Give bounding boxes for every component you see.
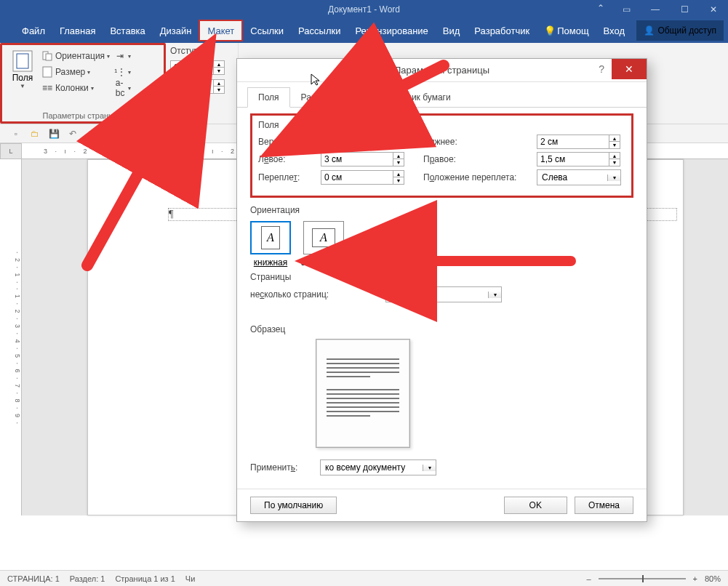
paragraph-mark-icon: ¶ (169, 209, 173, 220)
multi-pages-combo[interactable]: Обычный ▾ (385, 286, 502, 302)
margins-caret: ▼ (20, 83, 25, 89)
right-margin-label: Правое: (423, 154, 532, 164)
dialog-help-icon[interactable]: ? (599, 63, 604, 75)
gutter-pos-label: Положение переплета: (423, 172, 532, 182)
tab-help[interactable]: 💡Помощ (537, 18, 596, 43)
size-button[interactable]: Размер▾ (41, 64, 110, 80)
spinner-icon[interactable]: ▲▼ (393, 152, 404, 166)
top-margin-field[interactable]: ▲▼ (321, 135, 404, 149)
indent-right-input[interactable] (170, 79, 214, 94)
dialog-close-button[interactable]: ✕ (612, 59, 647, 79)
apply-combo[interactable]: ко всему документу ▾ (320, 459, 436, 475)
tab-file[interactable]: Файл (15, 18, 52, 43)
svg-rect-3 (46, 54, 52, 60)
gutter-input[interactable] (321, 170, 393, 185)
redo-icon[interactable]: ↷ (86, 128, 97, 140)
tab-mailings[interactable]: Рассылки (291, 18, 348, 43)
spinner-icon[interactable]: ▲▼ (393, 170, 404, 185)
size-icon (41, 66, 53, 78)
preview-title: Образец (250, 324, 633, 334)
ok-button[interactable]: OK (504, 497, 567, 514)
new-icon[interactable]: ▫ (10, 128, 22, 140)
spinner-icon[interactable]: ▲▼ (214, 79, 225, 94)
orientation-landscape[interactable]: A альбомная (301, 221, 346, 268)
default-button[interactable]: По умолчанию (250, 497, 337, 514)
tab-review[interactable]: Рецензирование (348, 18, 435, 43)
columns-button[interactable]: ≡≡ Колонки▾ (41, 80, 110, 96)
breaks-button[interactable]: ⇥▾ (114, 48, 131, 64)
window-state-icon[interactable]: ▭ (612, 0, 641, 18)
right-margin-input[interactable] (537, 152, 609, 166)
margins-section-title: Поля (258, 120, 625, 130)
status-page-of[interactable]: Страница 1 из 1 (115, 574, 175, 583)
orientation-portrait[interactable]: A книжная (250, 221, 291, 268)
hyphenation-button[interactable]: a-bc▾ (114, 80, 131, 96)
dialog-tab-paper[interactable]: Размер бумаги (290, 87, 372, 108)
status-chars[interactable]: Чи (185, 574, 195, 583)
cancel-button[interactable]: Отмена (575, 497, 633, 514)
group-indent: Отступ ▲▼ ▲▼ (166, 43, 239, 124)
tab-view[interactable]: Вид (436, 18, 468, 43)
tab-references[interactable]: Ссылки (243, 18, 291, 43)
top-margin-input[interactable] (321, 135, 393, 149)
maximize-icon[interactable]: ☐ (670, 0, 699, 18)
open-icon[interactable]: 🗀 (29, 128, 41, 140)
minimize-icon[interactable]: — (641, 0, 670, 18)
margins-button[interactable]: Поля ▼ (7, 48, 39, 96)
dialog-tab-source[interactable]: Источник бумаги (372, 87, 462, 108)
ribbon-options-icon[interactable]: ⌃ (597, 3, 604, 13)
indent-left-input[interactable] (170, 60, 214, 75)
left-margin-field[interactable]: ▲▼ (321, 152, 404, 166)
group-page-setup-label: Параметры страницы (2, 111, 164, 120)
orientation-icon (41, 50, 53, 62)
multi-pages-label: несколько страниц: (250, 289, 352, 300)
zoom-value[interactable]: 80% (705, 574, 721, 583)
zoom-out-icon[interactable]: – (586, 574, 591, 583)
zoom-slider[interactable] (599, 578, 686, 579)
tab-signin[interactable]: Вход (596, 18, 632, 43)
indent-right[interactable]: ▲▼ (170, 79, 233, 94)
vertical-ruler[interactable]: · 2 · 1 · · 1 · 2 · 3 · 4 · 5 · 6 · 7 · … (0, 159, 22, 515)
indent-left[interactable]: ▲▼ (170, 60, 233, 75)
save-icon[interactable]: 💾 (48, 128, 60, 140)
dialog-tab-margins[interactable]: Поля (247, 87, 290, 108)
close-icon[interactable]: ✕ (699, 0, 728, 18)
spinner-icon[interactable]: ▲▼ (393, 135, 404, 149)
bottom-margin-field[interactable]: ▲▼ (537, 135, 620, 149)
status-section[interactable]: Раздел: 1 (70, 574, 105, 583)
bottom-margin-input[interactable] (537, 135, 609, 149)
spinner-icon[interactable]: ▲▼ (609, 152, 620, 166)
dropdown-icon[interactable]: ▾ (488, 292, 501, 298)
share-button[interactable]: 👤 Общий доступ (636, 20, 724, 41)
left-margin-input[interactable] (321, 152, 393, 166)
tab-home[interactable]: Главная (52, 18, 103, 43)
print-preview-icon[interactable]: 🔍 (105, 128, 116, 140)
line-numbers-icon: ¹⋮ (114, 66, 126, 78)
spinner-icon[interactable]: ▲▼ (609, 135, 620, 149)
tab-design[interactable]: Дизайн (153, 18, 199, 43)
tab-layout[interactable]: Макет (199, 20, 243, 41)
gutter-pos-value: Слева (537, 172, 607, 182)
gutter-field[interactable]: ▲▼ (321, 170, 404, 185)
group-page-setup: Поля ▼ Ориентация▾ Размер▾ ≡≡ Колонки▾ ⇥ (0, 43, 166, 124)
zoom-in-icon[interactable]: + (693, 574, 697, 583)
margins-icon (11, 49, 34, 73)
dialog-title: Параметры страницы (394, 65, 489, 76)
tab-developer[interactable]: Разработчик (467, 18, 537, 43)
right-margin-field[interactable]: ▲▼ (537, 152, 620, 166)
tab-insert[interactable]: Вставка (103, 18, 152, 43)
orientation-button[interactable]: Ориентация▾ (41, 48, 110, 64)
dropdown-icon[interactable]: ▾ (607, 174, 620, 181)
dropdown-icon[interactable]: ▾ (423, 465, 436, 471)
qat-more-icon[interactable]: ▾ (124, 128, 135, 140)
dialog-titlebar[interactable]: Параметры страницы ? ✕ (237, 59, 647, 82)
tab-selector[interactable]: L (0, 143, 22, 159)
spinner-icon[interactable]: ▲▼ (214, 60, 225, 75)
status-page[interactable]: СТРАНИЦА: 1 (7, 574, 60, 583)
undo-icon[interactable]: ↶ (67, 128, 79, 140)
columns-icon: ≡≡ (41, 82, 53, 94)
gutter-pos-combo[interactable]: Слева ▾ (537, 169, 621, 185)
page-setup-launcher[interactable]: ◲ (156, 113, 162, 120)
top-margin-label: Верхнее: (258, 137, 316, 147)
lightbulb-icon: 💡 (544, 25, 556, 36)
